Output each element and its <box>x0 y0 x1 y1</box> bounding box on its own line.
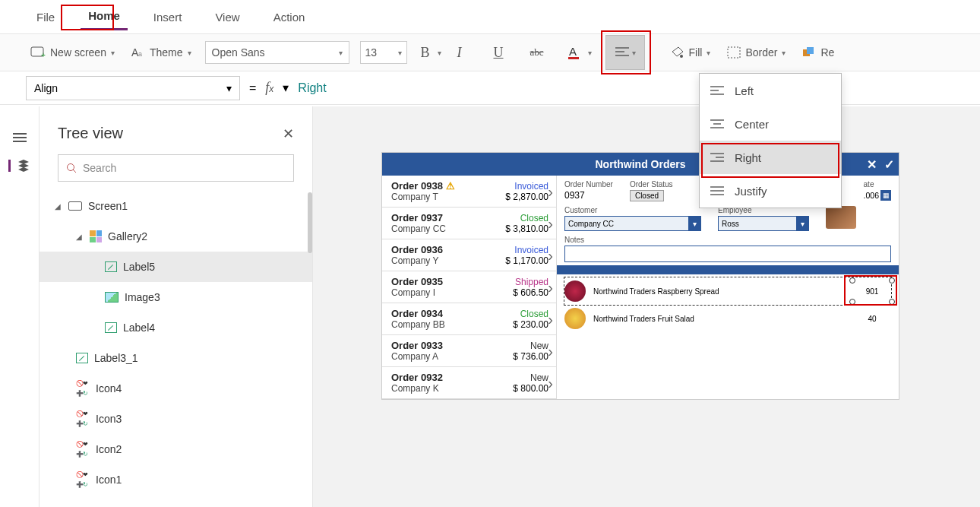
search-input[interactable]: Search <box>58 154 294 182</box>
svg-text:a: a <box>138 50 142 58</box>
label-icon <box>105 322 117 333</box>
order-row[interactable]: Order 0937Company CCClosed$ 3,810.00› <box>382 208 556 239</box>
border-icon <box>727 46 741 59</box>
chevron-right-icon: › <box>548 374 553 391</box>
items-header-bar <box>557 265 899 274</box>
scrollbar[interactable] <box>308 192 312 253</box>
align-left-item[interactable]: Left <box>700 74 841 107</box>
new-screen-label: New screen <box>50 46 106 59</box>
order-row[interactable]: Order 0934Company BBClosed$ 230.00› <box>382 303 556 335</box>
svg-rect-12 <box>807 47 814 54</box>
reorder-button[interactable]: Re <box>799 42 837 63</box>
svg-rect-10 <box>728 47 740 58</box>
chevron-down-icon: ▾ <box>796 217 808 230</box>
font-size-select[interactable]: 13 ▾ <box>360 41 407 64</box>
icons-icon <box>76 382 90 395</box>
field-label: Order Number <box>564 180 613 189</box>
property-select[interactable]: Align ▾ <box>26 76 240 100</box>
align-justify-item[interactable]: Justify <box>700 174 841 208</box>
order-row[interactable]: Order 0935Company IShipped$ 606.50› <box>382 271 556 303</box>
svg-point-9 <box>680 55 683 58</box>
tree-node-image3[interactable]: Image3 <box>40 282 312 312</box>
tab-action[interactable]: Action <box>266 5 313 30</box>
close-icon[interactable]: ✕ <box>283 125 294 142</box>
order-row[interactable]: Order 0936Company YInvoiced$ 1,170.00› <box>382 239 556 271</box>
property-name: Align <box>34 82 58 94</box>
field-label: Order Status <box>630 180 673 189</box>
order-row[interactable]: Order 0938 ⚠Company TInvoiced$ 2,870.00› <box>382 176 556 208</box>
chevron-down-icon: ▾ <box>588 49 592 57</box>
chevron-down-icon: ▾ <box>339 49 343 57</box>
align-button[interactable]: ▾ <box>605 35 645 70</box>
italic-button[interactable]: I <box>454 40 480 65</box>
chevron-down-icon[interactable]: ▾ <box>283 81 289 95</box>
line-item-row[interactable]: Northwind Traders Raspberry Spread 901 <box>564 277 891 305</box>
field-label: Notes <box>564 236 891 244</box>
font-select[interactable]: Open Sans ▾ <box>205 41 349 64</box>
tree-node-label5[interactable]: Label5 <box>40 252 312 282</box>
canvas: Northwind Orders ✕ ✓ Order 0938 ⚠Company… <box>313 106 980 507</box>
top-menu: File Home Insert View Action <box>0 0 980 33</box>
accept-icon[interactable]: ✓ <box>884 157 894 172</box>
bold-button[interactable]: B▾ <box>418 40 444 65</box>
tree-node-label3_1[interactable]: Label3_1 <box>40 343 312 373</box>
tree-node-icon3[interactable]: Icon3 <box>40 404 312 434</box>
theme-label: Theme <box>150 46 183 59</box>
tree-title: Tree view <box>58 125 123 142</box>
tree-label: Label5 <box>123 261 155 273</box>
svg-text:A: A <box>569 45 577 58</box>
order-number-value: 0937 <box>564 190 613 201</box>
employee-select[interactable]: Ross▾ <box>718 216 809 231</box>
font-color-icon: A <box>567 45 583 60</box>
theme-button[interactable]: Aa Theme ▾ <box>128 42 194 63</box>
strikethrough-button[interactable]: abc <box>527 42 553 63</box>
tree-node-icon4[interactable]: Icon4 <box>40 373 312 404</box>
fill-label: Fill <box>689 46 703 59</box>
tab-view[interactable]: View <box>207 5 247 30</box>
reorder-label: Re <box>820 46 834 59</box>
fill-button[interactable]: Fill ▾ <box>666 41 714 64</box>
tree-label: Label3_1 <box>94 352 138 364</box>
font-color-button[interactable]: A ▾ <box>564 40 595 65</box>
tree-node-label4[interactable]: Label4 <box>40 312 312 343</box>
app-title: Northwind Orders <box>595 158 685 170</box>
chevron-down-icon: ▾ <box>438 49 441 57</box>
chevron-down-icon: ▾ <box>782 49 786 57</box>
new-screen-button[interactable]: + New screen ▾ <box>27 42 118 63</box>
chevron-down-icon: ▾ <box>226 82 232 94</box>
tree-node-icon1[interactable]: Icon1 <box>40 464 312 495</box>
tab-home[interactable]: Home <box>81 3 128 30</box>
tree-node-icon2[interactable]: Icon2 <box>40 434 312 464</box>
tree-node-screen1[interactable]: ◢Screen1 <box>40 191 312 221</box>
tree-label: Icon2 <box>96 443 122 455</box>
warning-icon: ⚠ <box>446 180 455 192</box>
tree-view-icon[interactable] <box>8 160 30 172</box>
align-right-label: Right <box>735 151 761 164</box>
customer-select[interactable]: Company CC▾ <box>564 216 701 231</box>
align-right-item[interactable]: Right <box>700 141 841 174</box>
formula-input[interactable]: Right <box>298 81 326 95</box>
label-icon <box>105 261 117 272</box>
tab-insert[interactable]: Insert <box>146 5 190 30</box>
hamburger-icon[interactable] <box>13 131 27 144</box>
order-row[interactable]: Order 0932Company KNew$ 800.00› <box>382 367 556 399</box>
underline-button[interactable]: U <box>491 40 517 65</box>
svg-rect-5 <box>568 57 579 59</box>
tab-file[interactable]: File <box>29 5 62 30</box>
quantity-label-selected[interactable]: 901 <box>853 281 891 301</box>
border-button[interactable]: Border ▾ <box>724 42 789 63</box>
notes-input[interactable] <box>564 246 891 262</box>
chevron-down-icon: ▾ <box>707 49 710 57</box>
align-left-label: Left <box>735 84 754 97</box>
line-item-row[interactable]: Northwind Traders Fruit Salad 40 <box>564 305 891 332</box>
date-field[interactable]: .006▦ <box>864 190 891 201</box>
order-row[interactable]: Order 0933Company ANew$ 736.00› <box>382 335 556 367</box>
quantity-label: 40 <box>853 309 891 328</box>
cancel-icon[interactable]: ✕ <box>867 157 877 172</box>
align-center-item[interactable]: Center <box>700 107 841 141</box>
tree-node-gallery2[interactable]: ◢Gallery2 <box>40 221 312 252</box>
tree-label: Screen1 <box>88 200 128 212</box>
tree-label: Icon4 <box>96 382 122 395</box>
quantity-value: 40 <box>868 315 876 323</box>
chevron-right-icon: › <box>548 214 553 232</box>
